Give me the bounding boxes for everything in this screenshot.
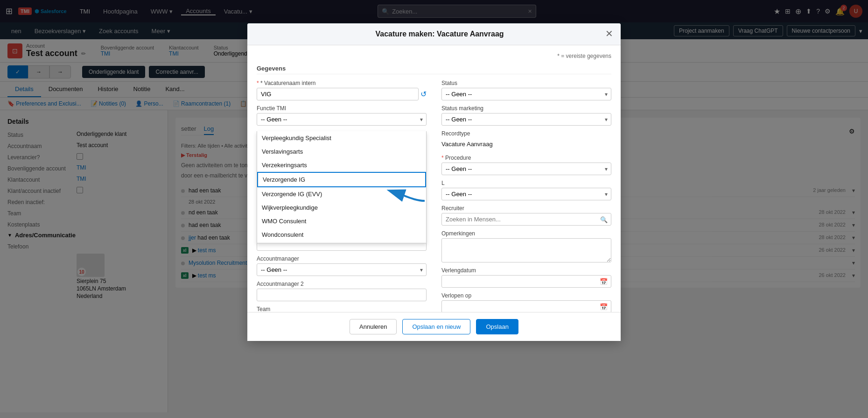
form-procedure: * Procedure -- Geen -- <box>441 155 611 175</box>
l-label: L <box>441 180 611 186</box>
recordtype-value: Vacature Aanvraag <box>441 138 611 150</box>
verlengdatum-label: Verlengdatum <box>441 267 611 274</box>
status-field-label: Status <box>441 80 611 86</box>
form-accountmanager2: Accountmanager 2 <box>257 281 427 301</box>
status-marketing-label: Status marketing <box>441 105 611 112</box>
form-status-marketing: Status marketing -- Geen -- <box>441 105 611 126</box>
form-verlopen-op: Verlopen op 📅 <box>441 292 611 312</box>
dropdown-item-verslavingsarts[interactable]: Verslavingsarts <box>257 145 426 158</box>
form-opmerkingen: Opmerkingen <box>441 230 611 262</box>
modal-section-gegevens: Gegevens <box>257 65 611 74</box>
l-select-wrapper: -- Geen -- <box>441 188 611 200</box>
modal-vacature: Vacature maken: Vacature Aanvraag ✕ * = … <box>247 23 621 341</box>
vacaturenaam-input[interactable] <box>257 88 419 100</box>
vacaturenaam-label: * * Vacaturenaam intern <box>257 80 427 86</box>
modal-body: * = vereiste gegevens Gegevens * * Vacat… <box>247 45 621 312</box>
required-note: * = vereiste gegevens <box>257 53 611 59</box>
accountmanager-select-wrapper: -- Geen -- <box>257 263 427 276</box>
verlengdatum-wrapper: 📅 <box>441 275 611 288</box>
functie-tmi-dropdown[interactable]: Verpleegkundig Specialist Verslavingsart… <box>257 131 427 243</box>
dropdown-item-verzekeringsarts[interactable]: Verzekeringsarts <box>257 158 426 172</box>
dropdown-item-wondverpleegkundige[interactable]: Wondverpleegkundige <box>257 241 426 243</box>
form-functie-tmi: Functie TMI -- Geen -- Verpleegkundig Sp… <box>257 105 427 126</box>
status-select-wrapper: -- Geen -- <box>441 88 611 100</box>
accountmanager-select[interactable]: -- Geen -- <box>257 263 427 276</box>
save-new-button[interactable]: Opslaan en nieuw <box>402 319 470 334</box>
modal-header: Vacature maken: Vacature Aanvraag ✕ <box>247 23 621 45</box>
form-team: Team <box>257 306 427 312</box>
recruiter-search-wrapper: 🔍 <box>441 213 611 226</box>
recruiter-label: Recruiter <box>441 205 611 212</box>
procedure-select[interactable]: -- Geen -- <box>441 163 611 175</box>
opmerkingen-textarea[interactable] <box>441 238 611 262</box>
form-status: Status -- Geen -- <box>441 80 611 100</box>
accountmanager2-label: Accountmanager 2 <box>257 281 427 287</box>
opmerkingen-label: Opmerkingen <box>441 230 611 237</box>
functie-tmi-label: Functie TMI <box>257 105 427 112</box>
recruiter-input[interactable] <box>441 213 611 226</box>
dropdown-item-verpleegkundig[interactable]: Verpleegkundig Specialist <box>257 131 426 145</box>
team-label: Team <box>257 306 427 312</box>
accountmanager-label: Accountmanager <box>257 255 427 262</box>
dropdown-item-wijkverpleegkundige[interactable]: Wijkverpleegkundige <box>257 201 426 214</box>
save-button[interactable]: Opslaan <box>476 319 518 334</box>
verlopen-op-wrapper: 📅 <box>441 300 611 312</box>
dropdown-item-verzorgende-ig-evv[interactable]: Verzorgende IG (EVV) <box>257 187 426 201</box>
functie-tmi-select-wrapper: -- Geen -- <box>257 113 427 126</box>
modal-title: Vacature maken: Vacature Aanvraag <box>268 30 611 38</box>
verlopen-op-input[interactable] <box>441 300 611 312</box>
procedure-label: * Procedure <box>441 155 611 161</box>
modal-close-btn[interactable]: ✕ <box>605 28 613 39</box>
dropdown-item-wmo[interactable]: WMO Consulent <box>257 214 426 228</box>
verlengdatum-input[interactable] <box>441 275 611 288</box>
form-l: L -- Geen -- <box>441 180 611 200</box>
status-marketing-select-wrapper: -- Geen -- <box>441 113 611 126</box>
dropdown-item-verzorgende-ig[interactable]: Verzorgende IG <box>257 172 426 187</box>
form-accountmanager: Accountmanager -- Geen -- <box>257 255 427 276</box>
status-marketing-select[interactable]: -- Geen -- <box>441 113 611 126</box>
form-recruiter: Recruiter 🔍 <box>441 205 611 226</box>
form-verlengdatum: Verlengdatum 📅 <box>441 267 611 288</box>
status-select[interactable]: -- Geen -- <box>441 88 611 100</box>
form-recordtype: Recordtype Vacature Aanvraag <box>441 130 611 150</box>
recordtype-label: Recordtype <box>441 130 611 137</box>
form-vacaturenaam: * * Vacaturenaam intern ↺ <box>257 80 427 100</box>
verlopen-op-label: Verlopen op <box>441 292 611 299</box>
modal-footer: Annuleren Opslaan en nieuw Opslaan <box>247 312 621 341</box>
functie-tmi-select[interactable]: -- Geen -- <box>257 113 427 126</box>
dropdown-item-wondconsulent[interactable]: Wondconsulent <box>257 228 426 241</box>
procedure-select-wrapper: -- Geen -- <box>441 163 611 175</box>
vacaturenaam-reset[interactable]: ↺ <box>420 90 427 99</box>
cancel-button[interactable]: Annuleren <box>350 319 397 334</box>
accountmanager2-input[interactable] <box>257 289 427 301</box>
l-select[interactable]: -- Geen -- <box>441 188 611 200</box>
